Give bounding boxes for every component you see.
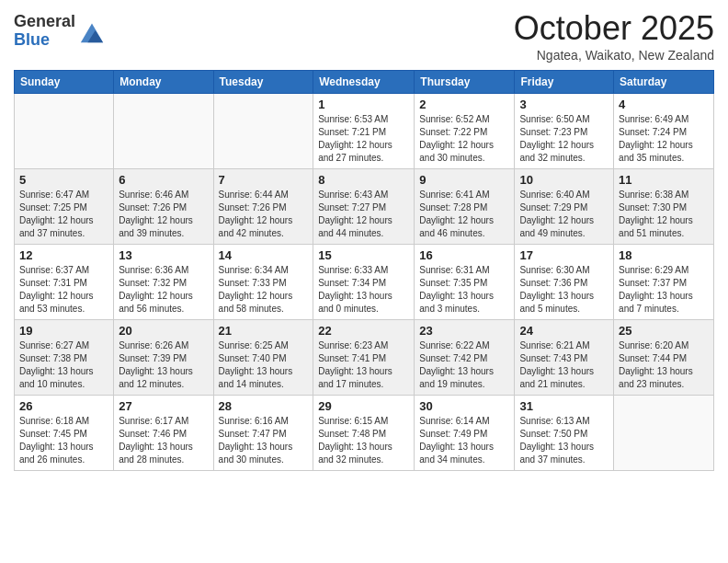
col-friday: Friday [515,71,614,94]
day-number: 14 [219,248,309,262]
month-title: October 2025 [514,9,714,48]
day-number: 16 [419,248,509,262]
table-row: 16Sunrise: 6:31 AM Sunset: 7:35 PM Dayli… [415,245,515,320]
col-saturday: Saturday [614,71,714,94]
day-info: Sunrise: 6:37 AM Sunset: 7:31 PM Dayligh… [19,264,108,316]
day-info: Sunrise: 6:23 AM Sunset: 7:41 PM Dayligh… [318,339,409,391]
day-info: Sunrise: 6:50 AM Sunset: 7:23 PM Dayligh… [519,113,609,165]
day-info: Sunrise: 6:38 AM Sunset: 7:30 PM Dayligh… [619,189,709,240]
day-info: Sunrise: 6:34 AM Sunset: 7:33 PM Dayligh… [219,264,309,316]
day-info: Sunrise: 6:16 AM Sunset: 7:47 PM Dayligh… [219,415,309,466]
day-number: 11 [619,173,709,187]
table-row: 31Sunrise: 6:13 AM Sunset: 7:50 PM Dayli… [515,396,614,471]
table-row: 25Sunrise: 6:20 AM Sunset: 7:44 PM Dayli… [614,320,714,396]
table-row: 15Sunrise: 6:33 AM Sunset: 7:34 PM Dayli… [313,245,415,320]
day-info: Sunrise: 6:29 AM Sunset: 7:37 PM Dayligh… [619,264,709,316]
location: Ngatea, Waikato, New Zealand [514,48,714,63]
day-info: Sunrise: 6:26 AM Sunset: 7:39 PM Dayligh… [119,339,208,391]
logo: General Blue [14,13,105,50]
day-info: Sunrise: 6:40 AM Sunset: 7:29 PM Dayligh… [519,189,609,240]
table-row [614,396,714,471]
table-row: 14Sunrise: 6:34 AM Sunset: 7:33 PM Dayli… [213,245,313,320]
day-info: Sunrise: 6:41 AM Sunset: 7:28 PM Dayligh… [419,189,509,240]
table-row: 30Sunrise: 6:14 AM Sunset: 7:49 PM Dayli… [415,396,515,471]
table-row: 3Sunrise: 6:50 AM Sunset: 7:23 PM Daylig… [515,94,614,169]
day-info: Sunrise: 6:43 AM Sunset: 7:27 PM Dayligh… [318,189,409,240]
day-info: Sunrise: 6:46 AM Sunset: 7:26 PM Dayligh… [119,189,208,240]
day-number: 13 [119,248,208,262]
table-row: 19Sunrise: 6:27 AM Sunset: 7:38 PM Dayli… [15,320,114,396]
day-info: Sunrise: 6:49 AM Sunset: 7:24 PM Dayligh… [619,113,709,165]
calendar-header-row: Sunday Monday Tuesday Wednesday Thursday… [15,71,714,94]
day-number: 24 [519,324,609,338]
calendar-week-row: 1Sunrise: 6:53 AM Sunset: 7:21 PM Daylig… [15,94,714,169]
table-row: 6Sunrise: 6:46 AM Sunset: 7:26 PM Daylig… [114,169,213,245]
calendar-week-row: 19Sunrise: 6:27 AM Sunset: 7:38 PM Dayli… [15,320,714,396]
day-number: 22 [318,324,409,338]
day-number: 7 [219,173,309,187]
day-number: 30 [419,399,509,413]
day-info: Sunrise: 6:13 AM Sunset: 7:50 PM Dayligh… [519,415,609,466]
table-row: 8Sunrise: 6:43 AM Sunset: 7:27 PM Daylig… [313,169,415,245]
day-number: 4 [619,98,709,111]
day-number: 9 [419,173,509,187]
day-info: Sunrise: 6:14 AM Sunset: 7:49 PM Dayligh… [419,415,509,466]
calendar-week-row: 12Sunrise: 6:37 AM Sunset: 7:31 PM Dayli… [15,245,714,320]
day-number: 15 [318,248,409,262]
col-thursday: Thursday [415,71,515,94]
table-row: 2Sunrise: 6:52 AM Sunset: 7:22 PM Daylig… [415,94,515,169]
day-info: Sunrise: 6:52 AM Sunset: 7:22 PM Dayligh… [419,113,509,165]
table-row: 28Sunrise: 6:16 AM Sunset: 7:47 PM Dayli… [213,396,313,471]
day-info: Sunrise: 6:53 AM Sunset: 7:21 PM Dayligh… [318,113,409,165]
calendar-week-row: 5Sunrise: 6:47 AM Sunset: 7:25 PM Daylig… [15,169,714,245]
col-monday: Monday [114,71,213,94]
table-row: 29Sunrise: 6:15 AM Sunset: 7:48 PM Dayli… [313,396,415,471]
day-number: 12 [19,248,108,262]
title-area: October 2025 Ngatea, Waikato, New Zealan… [514,9,714,63]
table-row: 5Sunrise: 6:47 AM Sunset: 7:25 PM Daylig… [15,169,114,245]
day-number: 8 [318,173,409,187]
table-row [114,94,213,169]
day-info: Sunrise: 6:18 AM Sunset: 7:45 PM Dayligh… [19,415,108,466]
day-info: Sunrise: 6:17 AM Sunset: 7:46 PM Dayligh… [119,415,208,466]
day-number: 21 [219,324,309,338]
table-row: 10Sunrise: 6:40 AM Sunset: 7:29 PM Dayli… [515,169,614,245]
logo-text: General Blue [14,13,75,50]
col-sunday: Sunday [15,71,114,94]
calendar-table: Sunday Monday Tuesday Wednesday Thursday… [14,70,714,471]
table-row: 13Sunrise: 6:36 AM Sunset: 7:32 PM Dayli… [114,245,213,320]
table-row: 7Sunrise: 6:44 AM Sunset: 7:26 PM Daylig… [213,169,313,245]
table-row: 22Sunrise: 6:23 AM Sunset: 7:41 PM Dayli… [313,320,415,396]
table-row: 11Sunrise: 6:38 AM Sunset: 7:30 PM Dayli… [614,169,714,245]
day-info: Sunrise: 6:25 AM Sunset: 7:40 PM Dayligh… [219,339,309,391]
col-tuesday: Tuesday [213,71,313,94]
day-info: Sunrise: 6:20 AM Sunset: 7:44 PM Dayligh… [619,339,709,391]
day-info: Sunrise: 6:36 AM Sunset: 7:32 PM Dayligh… [119,264,208,316]
day-info: Sunrise: 6:27 AM Sunset: 7:38 PM Dayligh… [19,339,108,391]
day-info: Sunrise: 6:47 AM Sunset: 7:25 PM Dayligh… [19,189,108,240]
page-container: General Blue October 2025 Ngatea, Waikat… [0,0,728,480]
logo-blue: Blue [14,31,75,50]
day-number: 25 [619,324,709,338]
col-wednesday: Wednesday [313,71,415,94]
day-info: Sunrise: 6:44 AM Sunset: 7:26 PM Dayligh… [219,189,309,240]
day-info: Sunrise: 6:30 AM Sunset: 7:36 PM Dayligh… [519,264,609,316]
day-number: 10 [519,173,609,187]
day-number: 29 [318,399,409,413]
table-row [213,94,313,169]
table-row: 20Sunrise: 6:26 AM Sunset: 7:39 PM Dayli… [114,320,213,396]
logo-icon [79,18,105,44]
day-number: 3 [519,98,609,111]
day-number: 1 [318,98,409,111]
day-number: 19 [19,324,108,338]
day-number: 5 [19,173,108,187]
table-row: 12Sunrise: 6:37 AM Sunset: 7:31 PM Dayli… [15,245,114,320]
day-number: 23 [419,324,509,338]
table-row: 9Sunrise: 6:41 AM Sunset: 7:28 PM Daylig… [415,169,515,245]
day-number: 2 [419,98,509,111]
day-number: 27 [119,399,208,413]
table-row: 4Sunrise: 6:49 AM Sunset: 7:24 PM Daylig… [614,94,714,169]
day-number: 31 [519,399,609,413]
logo-general: General [14,13,75,31]
day-info: Sunrise: 6:21 AM Sunset: 7:43 PM Dayligh… [519,339,609,391]
